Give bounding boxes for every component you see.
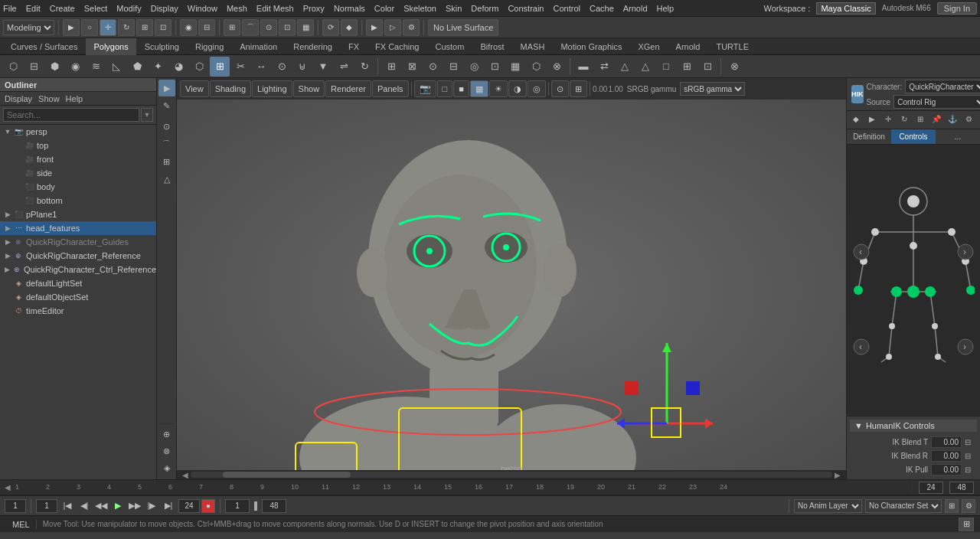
gamma-selector[interactable]: sRGB gamma (680, 82, 745, 96)
poke-btn[interactable]: ✦ (148, 57, 168, 77)
tab-arnold[interactable]: Arnold (668, 38, 708, 55)
target-weld-btn[interactable]: ⊙ (272, 57, 292, 77)
tab-turtle[interactable]: TURTLE (708, 38, 756, 55)
rp-scale-btn[interactable]: ⊞ (913, 111, 928, 126)
fill-hole-btn[interactable]: ◉ (65, 57, 85, 77)
tab-fx[interactable]: FX (341, 38, 367, 55)
rp-tab-controls[interactable]: Controls (891, 129, 936, 144)
lasso-tool-btn[interactable]: ○ (81, 19, 98, 36)
viewport-show-menu[interactable]: Show (293, 80, 325, 97)
tab-sculpting[interactable]: Sculpting (137, 38, 187, 55)
ik-blend-r-input[interactable] (931, 450, 962, 462)
outliner-search-input[interactable] (3, 108, 139, 122)
rp-key-btn[interactable]: ◆ (848, 111, 864, 126)
expand-pplane1[interactable]: ▶ (3, 210, 12, 219)
tab-mash[interactable]: MASH (513, 38, 553, 55)
menu-modify[interactable]: Modify (116, 4, 141, 13)
flip-edge-btn[interactable]: ⇌ (334, 57, 354, 77)
rotate-tool-btn[interactable]: ↻ (118, 19, 135, 36)
extrude-btn[interactable]: ⬡ (3, 57, 23, 77)
menu-create[interactable]: Create (50, 4, 75, 13)
combine-btn[interactable]: ⊞ (381, 57, 401, 77)
menu-deform[interactable]: Deform (471, 4, 498, 13)
menu-normals[interactable]: Normals (334, 4, 365, 13)
soft-select-btn[interactable]: ◉ (180, 19, 197, 36)
tab-animation[interactable]: Animation (232, 38, 285, 55)
collapse-btn[interactable]: ▼ (313, 57, 333, 77)
menu-edit[interactable]: Edit (26, 4, 41, 13)
rp-tab-definition[interactable]: Definition (847, 129, 891, 144)
camera-attr-btn[interactable]: 📷 (414, 80, 436, 97)
viewport-panel[interactable]: View Shading Lighting Show Renderer Pane… (177, 78, 846, 479)
color-set-btn[interactable]: ▬ (573, 57, 593, 77)
boolean-btn[interactable]: ⊙ (423, 57, 443, 77)
menu-select[interactable]: Select (84, 4, 108, 13)
wireframe-btn[interactable]: □ (437, 80, 453, 97)
tab-xgen[interactable]: XGen (630, 38, 667, 55)
expand-light-set[interactable] (3, 279, 12, 288)
humanik-title[interactable]: ▼ HumanIK Controls (850, 420, 977, 432)
expand-bottom[interactable] (14, 196, 23, 205)
expand-front[interactable] (14, 155, 23, 164)
tab-custom[interactable]: Custom (428, 38, 472, 55)
ik-pull-input[interactable] (931, 464, 962, 475)
mode-selector[interactable]: Modeling (3, 20, 54, 35)
render-btn[interactable]: ▶ (366, 19, 383, 36)
surface-tool-btn[interactable]: ⊞ (158, 153, 175, 170)
timeline-range-end[interactable] (949, 482, 974, 494)
ext-tool-btn[interactable]: ⬡ (189, 57, 209, 77)
expand-persp[interactable]: ▼ (3, 127, 12, 136)
rp-select-btn[interactable]: ▶ (864, 111, 880, 126)
expand-reference[interactable]: ▶ (3, 251, 12, 260)
symmetry-btn[interactable]: ⊟ (198, 19, 215, 36)
transfer-attr-btn[interactable]: ⇄ (594, 57, 614, 77)
go-to-end-btn[interactable]: ▶| (162, 499, 175, 513)
signin-button[interactable]: Sign In (937, 2, 977, 15)
rp-rotate-btn[interactable]: ↻ (897, 111, 912, 126)
tab-fx-caching[interactable]: FX Caching (368, 38, 426, 55)
separate-btn[interactable]: ⊠ (402, 57, 422, 77)
expand-guides[interactable]: ▶ (3, 237, 12, 247)
scale-tool-btn[interactable]: ⊞ (136, 19, 153, 36)
append-poly-btn[interactable]: ⬢ (44, 57, 64, 77)
chamfer-btn[interactable]: ⬟ (127, 57, 147, 77)
timeline-left-scroll[interactable]: ◀ (0, 480, 15, 495)
timeline-ruler-track[interactable]: 1 2 3 4 5 6 7 8 9 10 11 12 13 14 15 16 1… (15, 480, 912, 495)
conform-btn[interactable]: ◎ (464, 57, 484, 77)
tab-rigging[interactable]: Rigging (188, 38, 231, 55)
play-forward-faster-btn[interactable]: ▶▶ (128, 499, 142, 513)
expand-top[interactable] (14, 141, 23, 150)
rp-move-btn[interactable]: ✛ (880, 111, 896, 126)
paint-btn[interactable]: ✎ (158, 97, 175, 114)
menu-skeleton[interactable]: Skeleton (403, 4, 436, 13)
tree-item-persp[interactable]: ▼ 📷 persp (0, 125, 156, 139)
snap-view-btn[interactable]: ⊡ (279, 19, 296, 36)
textured-btn[interactable]: ▦ (470, 80, 488, 97)
viewport-renderer-menu[interactable]: Renderer (325, 80, 371, 97)
tree-item-bottom[interactable]: ⬛ bottom (0, 194, 156, 207)
expand-body[interactable] (14, 182, 23, 191)
snap-surface-btn[interactable]: ▦ (297, 19, 314, 36)
ik-blend-t-input[interactable] (931, 436, 962, 448)
poly-tool-btn[interactable]: △ (158, 171, 175, 188)
viewport-panels-menu[interactable]: Panels (372, 80, 409, 97)
cleanup-btn[interactable]: ⊗ (547, 57, 567, 77)
uv-editor-btn[interactable]: ⊡ (697, 57, 717, 77)
rp-anchor-btn[interactable]: ⚓ (945, 111, 960, 126)
tree-item-head-features[interactable]: ▶ ⋯ head_features (0, 221, 156, 235)
sculpt-btn[interactable]: ⊙ (158, 118, 175, 135)
menu-window[interactable]: Window (188, 4, 217, 13)
time-ruler[interactable]: ◀ 1 2 3 4 5 6 7 8 9 10 11 12 13 14 15 16… (0, 480, 980, 495)
wedge-btn[interactable]: ◕ (168, 57, 188, 77)
menu-mesh[interactable]: Mesh (227, 4, 247, 13)
expand-head[interactable]: ▶ (3, 224, 12, 233)
extra-tools-btn[interactable]: ⊗ (724, 57, 744, 77)
range-start-input[interactable] (225, 499, 250, 513)
menu-proxy[interactable]: Proxy (303, 4, 325, 13)
go-to-start-btn[interactable]: |◀ (60, 499, 74, 513)
tab-motion-graphics[interactable]: Motion Graphics (553, 38, 629, 55)
retopo-btn[interactable]: ⬡ (526, 57, 546, 77)
snap-curve-btn[interactable]: ⌒ (242, 19, 259, 36)
scroll-thumb[interactable] (223, 472, 351, 478)
tree-item-front[interactable]: 🎥 front (0, 152, 156, 166)
